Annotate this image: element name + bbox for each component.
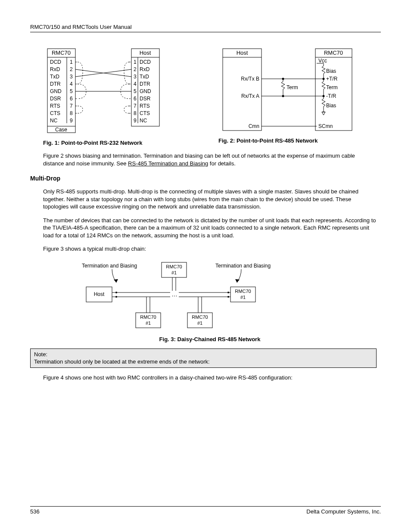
svg-text:RMC70: RMC70 [140, 314, 156, 320]
svg-text:#1: #1 [240, 295, 246, 300]
svg-point-88 [227, 296, 229, 298]
fig2-bias2: Bias [326, 103, 336, 109]
fig1-left-pin-8: CTS [50, 110, 60, 116]
svg-text:8: 8 [70, 110, 73, 116]
fig1-left-pin-4: DTR [50, 81, 61, 87]
fig1-right-pin-1: DCD [140, 59, 151, 65]
fig3-diagram: Termination and Biasing Termination and … [60, 259, 302, 332]
figure-3: Termination and Biasing Termination and … [60, 259, 377, 342]
paragraph-multidrop-3: Figure 3 shows a typical multi-drop chai… [43, 245, 377, 253]
fig2-host-cmn: Cmn [249, 123, 259, 129]
fig2-rmc-title: RMC70 [324, 50, 343, 56]
fig3-term-left: Termination and Biasing [82, 263, 137, 269]
svg-text:9: 9 [70, 118, 73, 124]
p1b-text: for details. [208, 160, 236, 167]
fig1-left-pin-9: NC [50, 118, 58, 124]
svg-text:#1: #1 [146, 320, 151, 326]
svg-text:RMC70: RMC70 [235, 289, 251, 294]
fig1-right-title: Host [140, 50, 151, 56]
figure-1: RMC70 Host DCD11DCDRxD22RxDTxD33TxDDTR44… [43, 45, 201, 146]
svg-text:1: 1 [70, 59, 73, 65]
svg-text:4: 4 [134, 81, 137, 87]
note-box: Note: Termination should only be located… [30, 348, 377, 368]
svg-text:3: 3 [70, 74, 73, 80]
heading-multidrop: Multi-Drop [30, 175, 377, 182]
page-header: RMC70/150 and RMCTools User Manual [30, 24, 381, 32]
svg-text:6: 6 [134, 96, 137, 102]
svg-text:3: 3 [134, 74, 137, 80]
svg-marker-68 [114, 279, 118, 283]
paragraph-fig4-intro: Figure 4 shows one host with two RMC con… [43, 374, 377, 382]
svg-text:7: 7 [134, 103, 137, 109]
page-footer: 536 Delta Computer Systems, Inc. [30, 506, 381, 515]
fig2-bias1: Bias [326, 68, 336, 74]
fig1-right-pin-4: DTR [140, 81, 150, 87]
svg-text:#1: #1 [197, 320, 202, 326]
svg-text:…: … [171, 291, 177, 298]
fig3-caption: Fig. 3: Daisy-Chained RS-485 Network [43, 336, 377, 342]
fig1-right-pin-9: NC [140, 118, 147, 124]
link-rs485-termination[interactable]: RS-485 Termination and Biasing [128, 160, 208, 167]
fig1-case-label: Case [55, 127, 67, 133]
svg-text:2: 2 [70, 66, 73, 72]
fig2-host-title: Host [237, 50, 248, 56]
fig1-right-pin-8: CTS [140, 110, 150, 116]
fig3-term-right: Termination and Biasing [215, 263, 271, 269]
footer-company: Delta Computer Systems, Inc. [306, 508, 381, 515]
fig3-host: Host [94, 291, 105, 297]
fig1-right-pin-6: DSR [140, 96, 151, 102]
svg-text:2: 2 [134, 66, 137, 72]
svg-text:RMC70: RMC70 [166, 264, 182, 269]
svg-text:6: 6 [70, 96, 73, 102]
paragraph-multidrop-1: Only RS-485 supports multi-drop. Multi-d… [43, 188, 377, 211]
fig1-right-pin-5: GND [140, 88, 151, 94]
svg-marker-64 [322, 112, 325, 115]
note-label: Note: [34, 351, 47, 358]
fig1-left-pin-1: DCD [50, 59, 61, 65]
svg-text:8: 8 [134, 110, 137, 116]
svg-point-87 [227, 292, 229, 293]
fig2-term: Term [326, 84, 338, 90]
paragraph-fig2-desc: Figure 2 shows biasing and termination. … [43, 152, 377, 167]
fig2-caption: Fig. 2: Point-to-Point RS-485 Network [218, 137, 377, 144]
svg-text:4: 4 [70, 81, 73, 87]
fig1-left-pin-7: RTS [50, 103, 60, 109]
svg-text:7: 7 [70, 103, 73, 109]
paragraph-multidrop-2: The number of devices that can be connec… [43, 217, 377, 240]
svg-point-86 [115, 296, 117, 298]
fig2-diagram: Host RMC70 Rx/Tx B Rx/Tx A Cmn Vcc Bias … [218, 45, 356, 134]
svg-marker-69 [235, 279, 240, 283]
fig1-left-pin-2: RxD [50, 66, 60, 72]
fig1-left-title: RMC70 [52, 50, 71, 56]
fig1-left-pin-6: DSR [50, 96, 61, 102]
fig1-left-pin-3: TxD [50, 74, 59, 80]
svg-rect-54 [223, 49, 262, 131]
fig1-left-pin-5: GND [50, 88, 62, 94]
figure-2: Host RMC70 Rx/Tx B Rx/Tx A Cmn Vcc Bias … [218, 45, 377, 144]
svg-text:#1: #1 [171, 270, 177, 275]
fig2-host-a: Rx/Tx A [241, 93, 259, 99]
fig2-scmn: SCmn [318, 123, 333, 129]
fig2-mid-term: Term [286, 84, 298, 90]
note-text: Termination should only be located at th… [34, 358, 210, 365]
header-title: RMC70/150 and RMCTools User Manual [30, 24, 132, 30]
svg-text:5: 5 [70, 88, 73, 94]
figures-row: RMC70 Host DCD11DCDRxD22RxDTxD33TxDDTR44… [43, 45, 377, 146]
svg-text:5: 5 [134, 88, 137, 94]
fig2-vcc: Vcc [318, 58, 327, 64]
svg-point-85 [115, 292, 117, 293]
fig1-right-pin-2: RxD [140, 66, 150, 72]
svg-text:RMC70: RMC70 [192, 314, 208, 320]
fig2-trn: -T/R [326, 93, 336, 99]
fig2-host-b: Rx/Tx B [241, 76, 259, 82]
fig1-right-pin-7: RTS [140, 103, 150, 109]
fig1-right-pin-3: TxD [140, 74, 149, 80]
fig1-caption: Fig. 1: Point-to-Point RS-232 Network [43, 140, 201, 146]
svg-text:9: 9 [134, 118, 137, 124]
fig2-trp: +T/R [326, 76, 338, 82]
page-number: 536 [30, 508, 40, 515]
fig1-diagram: RMC70 Host DCD11DCDRxD22RxDTxD33TxDDTR44… [43, 45, 168, 136]
svg-text:1: 1 [134, 59, 137, 65]
